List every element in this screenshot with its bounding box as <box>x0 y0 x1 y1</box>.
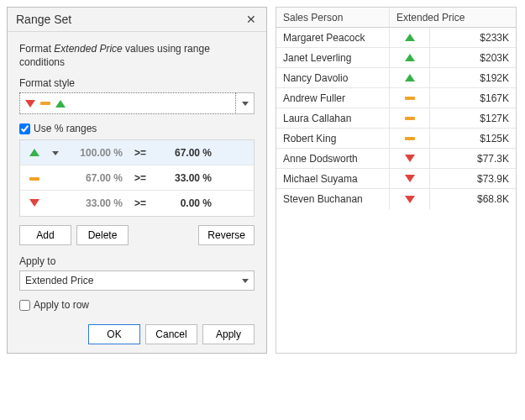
green-up-arrow-icon <box>405 74 415 81</box>
range-from-value[interactable]: 67.00 % <box>66 172 126 184</box>
format-style-dropdown-button[interactable] <box>236 92 255 114</box>
description-text: Format Extended Price values using range… <box>19 42 255 69</box>
dialog-header: Range Set ✕ <box>8 8 266 32</box>
cell-sales-person: Anne Dodsworth <box>276 149 390 169</box>
cell-extended-price: $77.3K <box>430 149 516 169</box>
table-row: Anne Dodsworth$77.3K <box>276 149 516 169</box>
table-row: Nancy Davolio$192K <box>276 68 516 88</box>
column-header-name[interactable]: Sales Person <box>276 8 390 28</box>
yellow-dash-icon <box>405 137 415 140</box>
chevron-down-icon <box>52 151 59 155</box>
range-operator[interactable]: >= <box>126 172 155 184</box>
cell-sales-person: Nancy Davolio <box>276 68 390 88</box>
range-to-value[interactable]: 33.00 % <box>155 172 215 184</box>
green-up-arrow-icon <box>55 100 66 108</box>
range-from-value[interactable]: 33.00 % <box>66 197 126 209</box>
apply-to-select[interactable]: Extended Price <box>19 270 255 291</box>
cell-status-icon <box>390 169 430 189</box>
cell-extended-price: $73.9K <box>430 169 516 189</box>
table-row: Margaret Peacock$233K <box>276 28 516 48</box>
desc-field: Extended Price <box>54 43 122 55</box>
red-down-arrow-icon <box>29 199 39 207</box>
yellow-dash-icon <box>29 177 39 181</box>
apply-to-value: Extended Price <box>25 275 93 286</box>
cell-sales-person: Robert King <box>276 129 390 149</box>
apply-button[interactable]: Apply <box>202 324 255 344</box>
cell-sales-person: Janet Leverling <box>276 48 390 68</box>
red-down-arrow-icon <box>25 100 35 108</box>
desc-prefix: Format <box>19 43 54 55</box>
range-to-value[interactable]: 0.00 % <box>155 197 215 209</box>
table-row: Steven Buchanan$68.8K <box>276 189 516 209</box>
yellow-dash-icon <box>405 117 415 120</box>
apply-to-row-checkbox[interactable]: Apply to row <box>19 299 255 311</box>
table-row: Andrew Fuller$167K <box>276 88 516 108</box>
cell-extended-price: $192K <box>430 68 516 88</box>
cell-sales-person: Margaret Peacock <box>276 28 390 48</box>
table-row: Janet Leverling$203K <box>276 48 516 68</box>
table-row: Michael Suyama$73.9K <box>276 169 516 189</box>
green-up-arrow-icon <box>29 149 39 156</box>
range-row[interactable]: 100.00 %>=67.00 % <box>20 140 254 165</box>
range-operator[interactable]: >= <box>126 147 155 159</box>
range-to-value[interactable]: 67.00 % <box>155 147 215 159</box>
range-icon-dropdown[interactable] <box>49 148 66 157</box>
cell-extended-price: $167K <box>430 88 516 108</box>
red-down-arrow-icon <box>405 175 415 182</box>
cell-extended-price: $233K <box>430 28 516 48</box>
cell-status-icon <box>390 129 430 149</box>
cell-status-icon <box>390 88 430 108</box>
format-style-select[interactable] <box>19 92 236 114</box>
range-grid: 100.00 %>=67.00 %67.00 %>=33.00 %33.00 %… <box>19 139 255 217</box>
column-header-value[interactable]: Extended Price <box>390 8 516 28</box>
add-button[interactable]: Add <box>19 225 71 245</box>
results-table: Sales Person Extended Price Margaret Pea… <box>276 7 517 354</box>
apply-to-row-label: Apply to row <box>34 299 89 311</box>
format-style-label: Format style <box>19 77 255 89</box>
dialog-title: Range Set <box>16 13 243 26</box>
chevron-down-icon <box>242 279 249 283</box>
range-row[interactable]: 33.00 %>=0.00 % <box>20 191 254 216</box>
cell-extended-price: $68.8K <box>430 189 516 209</box>
use-percent-ranges-checkbox[interactable]: Use % ranges <box>19 123 255 134</box>
red-down-arrow-icon <box>405 155 415 162</box>
ok-button[interactable]: OK <box>88 324 140 344</box>
range-icon-cell[interactable] <box>20 197 49 209</box>
range-set-dialog: Range Set ✕ Format Extended Price values… <box>7 7 267 354</box>
range-icon-cell[interactable] <box>20 147 49 159</box>
chevron-down-icon <box>242 102 249 106</box>
use-percent-ranges-label: Use % ranges <box>34 123 97 134</box>
table-header: Sales Person Extended Price <box>276 8 516 28</box>
cell-status-icon <box>390 189 430 209</box>
cell-status-icon <box>390 28 430 48</box>
close-icon[interactable]: ✕ <box>243 13 260 26</box>
green-up-arrow-icon <box>405 34 415 41</box>
range-icon-cell[interactable] <box>20 172 49 184</box>
range-from-value[interactable]: 100.00 % <box>66 147 126 159</box>
yellow-dash-icon <box>405 97 415 100</box>
use-percent-ranges-input[interactable] <box>19 123 30 134</box>
green-up-arrow-icon <box>405 54 415 61</box>
cell-extended-price: $203K <box>430 48 516 68</box>
cell-extended-price: $127K <box>430 108 516 129</box>
range-operator[interactable]: >= <box>126 197 155 209</box>
cell-status-icon <box>390 68 430 88</box>
cancel-button[interactable]: Cancel <box>145 324 197 344</box>
cell-sales-person: Michael Suyama <box>276 169 390 189</box>
red-down-arrow-icon <box>405 196 415 203</box>
cell-sales-person: Andrew Fuller <box>276 88 390 108</box>
table-row: Laura Callahan$127K <box>276 108 516 129</box>
cell-sales-person: Steven Buchanan <box>276 189 390 209</box>
cell-status-icon <box>390 149 430 169</box>
apply-to-row-input[interactable] <box>19 300 30 311</box>
reverse-button[interactable]: Reverse <box>198 225 255 245</box>
yellow-dash-icon <box>40 102 50 105</box>
apply-to-label: Apply to <box>19 255 255 267</box>
cell-sales-person: Laura Callahan <box>276 108 390 129</box>
cell-status-icon <box>390 108 430 129</box>
table-row: Robert King$125K <box>276 129 516 149</box>
delete-button[interactable]: Delete <box>76 225 129 245</box>
range-row[interactable]: 67.00 %>=33.00 % <box>20 165 254 191</box>
cell-status-icon <box>390 48 430 68</box>
cell-extended-price: $125K <box>430 129 516 149</box>
